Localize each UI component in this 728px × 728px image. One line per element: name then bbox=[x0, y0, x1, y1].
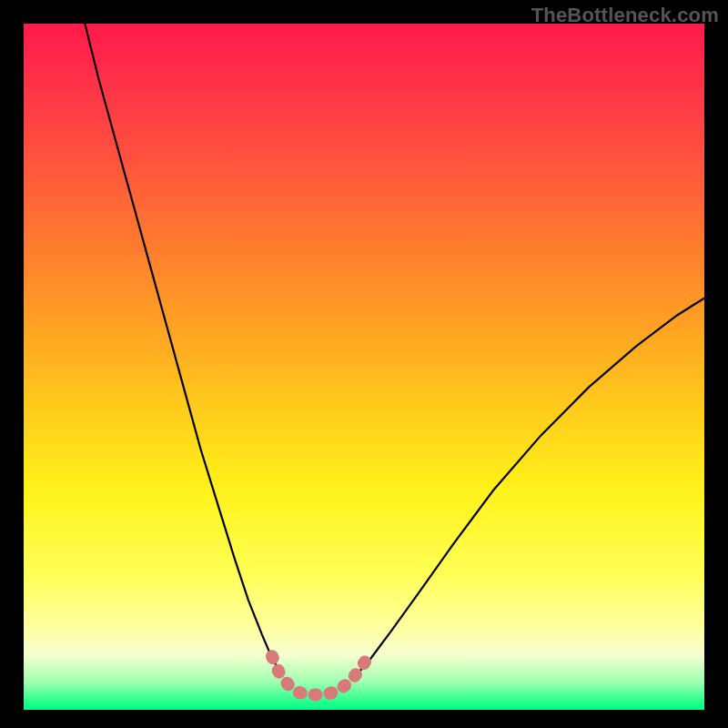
curve-left bbox=[85, 24, 282, 675]
branding-watermark: TheBottleneck.com bbox=[531, 4, 719, 27]
chart-frame: TheBottleneck.com bbox=[0, 0, 728, 728]
curve-right bbox=[358, 298, 704, 674]
plot-area bbox=[24, 24, 704, 710]
plot-svg bbox=[24, 24, 704, 710]
valley-highlight bbox=[272, 655, 369, 695]
